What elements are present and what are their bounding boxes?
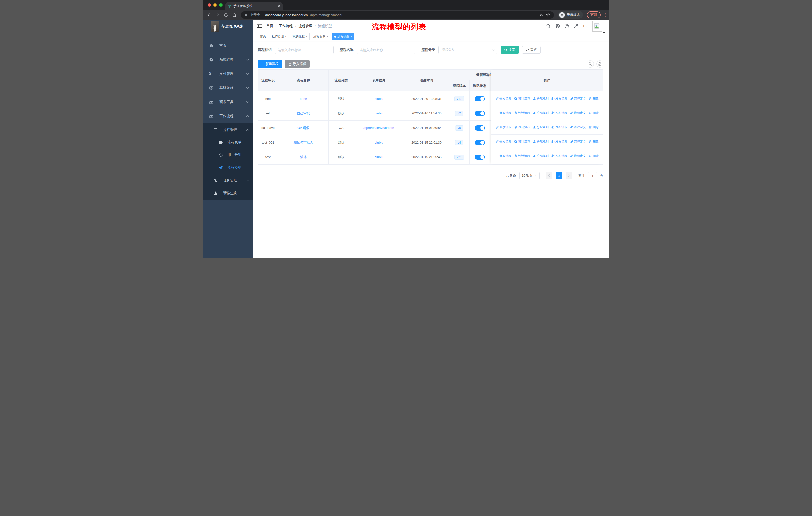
sidebar-item-system[interactable]: 系统管理: [203, 53, 253, 67]
update-button[interactable]: 更新: [587, 11, 601, 19]
forward-icon[interactable]: [215, 12, 220, 17]
github-icon[interactable]: [555, 24, 560, 28]
sidebar-item-payment[interactable]: ¥ 支付管理: [203, 67, 253, 81]
form-info-link[interactable]: /bpm/oa/leave/create: [364, 126, 394, 130]
search-icon[interactable]: [546, 24, 551, 28]
form-info-link[interactable]: biubiu: [375, 97, 383, 101]
tag-process-model-active[interactable]: 流程模型 ×: [332, 33, 354, 40]
tag-home[interactable]: 首页: [258, 33, 268, 40]
home-icon[interactable]: [232, 12, 237, 17]
process-name-link[interactable]: OA 请假: [297, 126, 309, 130]
sidebar-item-task-management[interactable]: 任务管理: [203, 174, 253, 187]
tag-tenant[interactable]: 租户管理 ×: [269, 33, 289, 40]
maximize-window-button[interactable]: [219, 3, 223, 6]
minimize-window-button[interactable]: [213, 3, 217, 6]
process-name-input[interactable]: [357, 46, 415, 54]
breadcrumb-item[interactable]: 流程管理: [298, 24, 312, 28]
fullscreen-icon[interactable]: [574, 24, 578, 28]
active-status-toggle[interactable]: [475, 111, 485, 116]
process-definition-link[interactable]: 流程定义: [570, 97, 586, 101]
sidebar-item-user-group[interactable]: 用户分组: [203, 148, 253, 161]
new-tab-button[interactable]: [286, 3, 290, 7]
delete-link[interactable]: 删除: [589, 111, 599, 115]
sidebar-item-home[interactable]: 首页: [203, 38, 253, 53]
process-definition-link[interactable]: 流程定义: [570, 125, 586, 130]
window-controls[interactable]: [208, 3, 223, 6]
category-select[interactable]: 流程分类: [438, 46, 497, 54]
reload-icon[interactable]: [224, 13, 228, 17]
form-info-link[interactable]: biubiu: [375, 155, 383, 159]
assign-rule-link[interactable]: 分配规则: [533, 125, 549, 130]
tag-close-icon[interactable]: ×: [326, 35, 328, 38]
process-name-link[interactable]: eeee: [300, 97, 307, 101]
form-info-link[interactable]: biubiu: [375, 111, 383, 115]
form-info-link[interactable]: biubiu: [375, 141, 383, 144]
url-bar[interactable]: 不安全 dashboard.yudao.iocoder.cn/bpm/manag…: [241, 11, 554, 19]
page-number-button[interactable]: 1: [556, 172, 562, 179]
tag-close-icon[interactable]: ×: [285, 35, 287, 38]
user-avatar-wrap[interactable]: [592, 21, 605, 32]
close-window-button[interactable]: [208, 3, 211, 6]
assign-rule-link[interactable]: 分配规则: [533, 97, 549, 101]
font-size-icon[interactable]: TT: [583, 24, 588, 28]
process-definition-link[interactable]: 流程定义: [570, 111, 586, 115]
process-definition-link[interactable]: 流程定义: [570, 140, 586, 144]
sidebar-item-devtools[interactable]: 研发工具: [203, 95, 253, 109]
delete-link[interactable]: 删除: [589, 97, 599, 101]
process-id-input[interactable]: [275, 46, 334, 54]
back-icon[interactable]: [207, 12, 211, 17]
design-process-link[interactable]: 设计流程: [514, 125, 530, 130]
sidebar-item-infrastructure[interactable]: 基础设施: [203, 81, 253, 95]
delete-link[interactable]: 删除: [589, 125, 599, 130]
edit-process-link[interactable]: 修改流程: [496, 140, 512, 144]
create-process-button[interactable]: 新建流程: [258, 60, 282, 68]
sidebar-item-workflow[interactable]: 工作流程: [203, 109, 253, 123]
hide-search-button[interactable]: [587, 60, 594, 67]
help-circle-icon[interactable]: [564, 24, 569, 28]
active-status-toggle[interactable]: [475, 126, 485, 131]
bookmark-star-icon[interactable]: [546, 12, 550, 17]
active-status-toggle[interactable]: [475, 140, 485, 145]
browser-menu-kebab-icon[interactable]: [605, 13, 606, 17]
tag-close-icon[interactable]: ×: [306, 35, 307, 38]
key-icon[interactable]: [539, 12, 544, 17]
avatar-broken-image-icon[interactable]: [592, 21, 602, 32]
refresh-table-button[interactable]: [596, 60, 603, 67]
sidebar-item-process-model[interactable]: 流程模型: [203, 161, 253, 174]
active-status-toggle[interactable]: [475, 96, 485, 101]
goto-page-input[interactable]: [588, 172, 597, 179]
publish-process-link[interactable]: 发布流程: [551, 140, 567, 144]
edit-process-link[interactable]: 修改流程: [496, 125, 512, 130]
active-status-toggle[interactable]: [475, 155, 485, 160]
prev-page-button[interactable]: [546, 172, 552, 179]
assign-rule-link[interactable]: 分配规则: [533, 140, 549, 144]
edit-process-link[interactable]: 修改流程: [496, 111, 512, 115]
sidebar-item-process-form[interactable]: 流程表单: [203, 136, 253, 148]
tag-process-form[interactable]: 流程表单 ×: [311, 33, 330, 40]
import-process-button[interactable]: 导入流程: [285, 60, 310, 68]
tag-my-process[interactable]: 我的流程 ×: [290, 33, 310, 40]
app-logo-row[interactable]: 芋道管理系统: [203, 20, 253, 33]
browser-tab[interactable]: 芋道管理系统: [225, 2, 283, 10]
publish-process-link[interactable]: 发布流程: [551, 97, 567, 101]
assign-rule-link[interactable]: 分配规则: [533, 154, 549, 158]
search-button[interactable]: 搜索: [501, 46, 519, 54]
edit-process-link[interactable]: 修改流程: [496, 97, 512, 101]
sidebar-item-process-management[interactable]: 流程管理: [203, 123, 253, 136]
sidebar-item-leave-query[interactable]: 请假查询: [203, 187, 253, 199]
process-definition-link[interactable]: 流程定义: [570, 154, 586, 158]
next-page-button[interactable]: [566, 172, 572, 179]
reset-button[interactable]: 重置: [522, 46, 541, 54]
process-name-link[interactable]: 测试多审批人: [293, 140, 313, 145]
tag-close-icon[interactable]: ×: [351, 35, 352, 38]
delete-link[interactable]: 删除: [589, 140, 599, 144]
publish-process-link[interactable]: 发布流程: [551, 111, 567, 115]
publish-process-link[interactable]: 发布流程: [551, 125, 567, 130]
edit-process-link[interactable]: 修改流程: [496, 154, 512, 158]
publish-process-link[interactable]: 发布流程: [551, 154, 567, 158]
design-process-link[interactable]: 设计流程: [514, 154, 530, 158]
breadcrumb-item[interactable]: 首页: [266, 24, 273, 28]
delete-link[interactable]: 删除: [589, 154, 599, 158]
assign-rule-link[interactable]: 分配规则: [533, 111, 549, 115]
process-name-link[interactable]: 滔博: [300, 155, 307, 160]
